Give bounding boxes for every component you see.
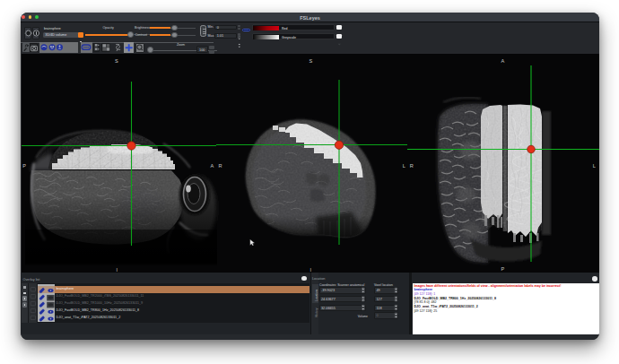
svg-text:L: L [593,163,596,169]
svg-text:R: R [218,163,222,169]
svg-text:R: R [410,163,414,169]
svg-text:A: A [210,163,214,169]
svg-text:A: A [501,58,504,64]
svg-text:S: S [115,58,118,64]
svg-text:S: S [309,58,312,64]
svg-text:History: History [315,308,318,317]
svg-text:Location: Location [315,290,318,301]
svg-text:P: P [501,266,504,272]
svg-text:L: L [403,163,405,169]
svg-text:P: P [22,163,26,169]
